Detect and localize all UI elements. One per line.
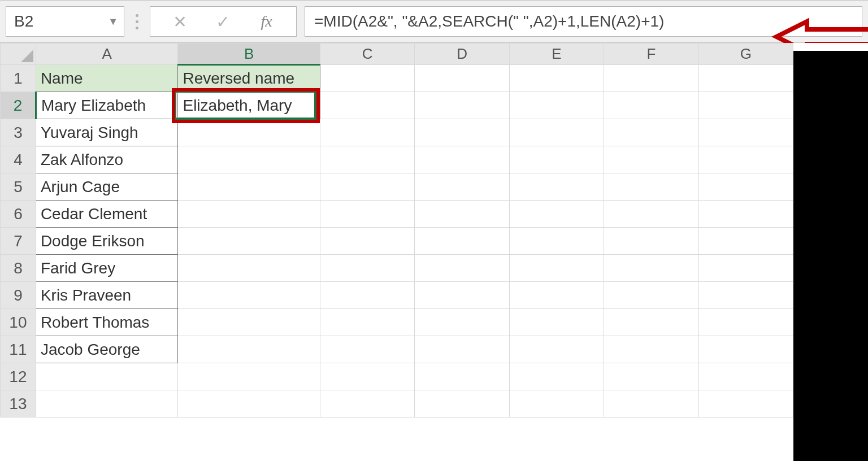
cell-F11[interactable]	[604, 336, 698, 363]
cell-A6[interactable]: Cedar Clement	[36, 201, 178, 228]
col-header-D[interactable]: D	[415, 44, 509, 65]
cell-E4[interactable]	[509, 146, 604, 173]
cell-E1[interactable]	[509, 65, 604, 92]
cell-E5[interactable]	[509, 173, 604, 201]
cell-G2[interactable]	[698, 92, 793, 119]
select-all-corner[interactable]	[1, 44, 36, 65]
cell-B11[interactable]	[178, 336, 320, 363]
cell-B4[interactable]	[178, 146, 320, 173]
cell-G5[interactable]	[698, 173, 793, 201]
cell-B2[interactable]: Elizabeth, Mary	[178, 92, 320, 119]
cell-A8[interactable]: Farid Grey	[36, 255, 178, 282]
cell-D9[interactable]	[415, 282, 509, 309]
cell-C12[interactable]	[320, 363, 415, 390]
cell-F12[interactable]	[604, 363, 698, 390]
cell-C11[interactable]	[320, 336, 415, 363]
cell-G11[interactable]	[698, 336, 793, 363]
cell-A4[interactable]: Zak Alfonzo	[36, 146, 178, 173]
cell-C4[interactable]	[320, 146, 415, 173]
cell-F8[interactable]	[604, 255, 698, 282]
enter-icon[interactable]: ✓	[209, 10, 237, 33]
cell-C10[interactable]	[320, 309, 415, 336]
cell-G3[interactable]	[698, 119, 793, 146]
cell-E2[interactable]	[509, 92, 604, 119]
cell-A12[interactable]	[36, 363, 178, 390]
cell-F3[interactable]	[604, 119, 698, 146]
cell-A11[interactable]: Jacob George	[36, 336, 178, 363]
cell-D5[interactable]	[415, 173, 509, 201]
cell-E12[interactable]	[509, 363, 604, 390]
cell-C9[interactable]	[320, 282, 415, 309]
cell-A10[interactable]: Robert Thomas	[36, 309, 178, 336]
cell-D8[interactable]	[415, 255, 509, 282]
row-header[interactable]: 10	[1, 309, 36, 336]
cell-B13[interactable]	[178, 390, 320, 417]
row-header[interactable]: 3	[1, 119, 36, 146]
cell-G4[interactable]	[698, 146, 793, 173]
row-header[interactable]: 8	[1, 255, 36, 282]
cell-A5[interactable]: Arjun Cage	[36, 173, 178, 201]
cell-D11[interactable]	[415, 336, 509, 363]
cell-G8[interactable]	[698, 255, 793, 282]
cell-F1[interactable]	[604, 65, 698, 92]
cell-G1[interactable]	[698, 65, 793, 92]
row-header[interactable]: 11	[1, 336, 36, 363]
cell-E10[interactable]	[509, 309, 604, 336]
row-header[interactable]: 9	[1, 282, 36, 309]
col-header-F[interactable]: F	[604, 44, 698, 65]
cell-F7[interactable]	[604, 228, 698, 255]
cell-D13[interactable]	[415, 390, 509, 417]
cell-G10[interactable]	[698, 309, 793, 336]
cell-F6[interactable]	[604, 201, 698, 228]
cell-B3[interactable]	[178, 119, 320, 146]
formula-input[interactable]: =MID(A2&", "&A2,SEARCH(" ",A2)+1,LEN(A2)…	[305, 6, 862, 37]
cell-B1[interactable]: Reversed name	[178, 65, 320, 92]
cell-B5[interactable]	[178, 173, 320, 201]
cell-F2[interactable]	[604, 92, 698, 119]
cell-C8[interactable]	[320, 255, 415, 282]
cell-A13[interactable]	[36, 390, 178, 417]
cell-F4[interactable]	[604, 146, 698, 173]
cell-D1[interactable]	[415, 65, 509, 92]
cell-C7[interactable]	[320, 228, 415, 255]
cell-D7[interactable]	[415, 228, 509, 255]
fx-icon[interactable]: fx	[253, 10, 281, 33]
cell-G9[interactable]	[698, 282, 793, 309]
row-header[interactable]: 7	[1, 228, 36, 255]
cell-B10[interactable]	[178, 309, 320, 336]
cell-C5[interactable]	[320, 173, 415, 201]
cell-A2[interactable]: Mary Elizabeth	[36, 92, 178, 119]
row-header[interactable]: 13	[1, 390, 36, 417]
cell-A7[interactable]: Dodge Erikson	[36, 228, 178, 255]
cell-E11[interactable]	[509, 336, 604, 363]
cell-A1[interactable]: Name	[36, 65, 178, 92]
cell-C2[interactable]	[320, 92, 415, 119]
cell-E8[interactable]	[509, 255, 604, 282]
cell-D6[interactable]	[415, 201, 509, 228]
name-box[interactable]: B2 ▼	[6, 6, 124, 37]
cell-B7[interactable]	[178, 228, 320, 255]
cell-G7[interactable]	[698, 228, 793, 255]
cell-G6[interactable]	[698, 201, 793, 228]
cell-C6[interactable]	[320, 201, 415, 228]
row-header[interactable]: 2	[1, 92, 36, 119]
cell-B8[interactable]	[178, 255, 320, 282]
cell-E9[interactable]	[509, 282, 604, 309]
col-header-A[interactable]: A	[36, 44, 178, 65]
cell-D4[interactable]	[415, 146, 509, 173]
cell-C1[interactable]	[320, 65, 415, 92]
col-header-G[interactable]: G	[698, 44, 793, 65]
cell-G13[interactable]	[698, 390, 793, 417]
cell-B12[interactable]	[178, 363, 320, 390]
cell-D2[interactable]	[415, 92, 509, 119]
cell-A3[interactable]: Yuvaraj Singh	[36, 119, 178, 146]
col-header-C[interactable]: C	[320, 44, 415, 65]
row-header[interactable]: 6	[1, 201, 36, 228]
cell-A9[interactable]: Kris Praveen	[36, 282, 178, 309]
col-header-E[interactable]: E	[509, 44, 604, 65]
cell-E3[interactable]	[509, 119, 604, 146]
cell-C3[interactable]	[320, 119, 415, 146]
row-header[interactable]: 5	[1, 173, 36, 201]
cell-E7[interactable]	[509, 228, 604, 255]
chevron-down-icon[interactable]: ▼	[108, 16, 118, 28]
